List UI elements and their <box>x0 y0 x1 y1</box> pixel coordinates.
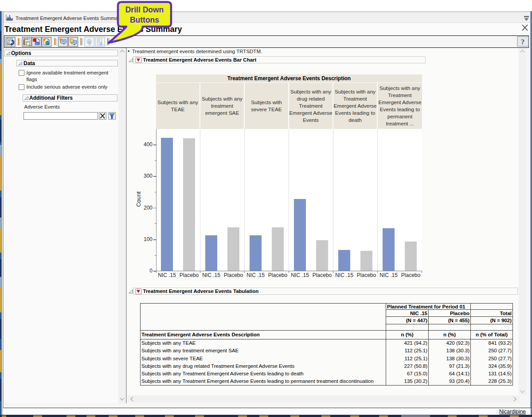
svg-text:?: ? <box>521 38 525 46</box>
svg-text:Drill Down: Drill Down <box>125 5 164 14</box>
svg-text:Buttons: Buttons <box>130 16 159 24</box>
